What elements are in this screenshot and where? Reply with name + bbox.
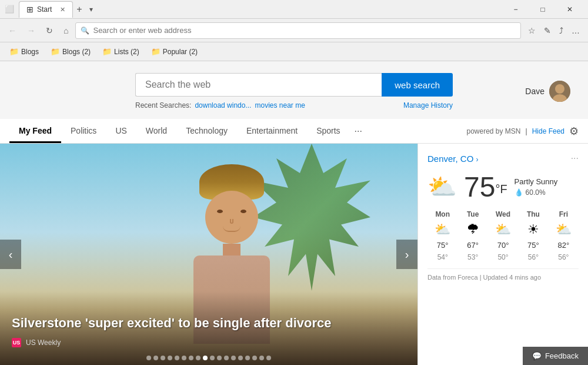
search-bar: web search — [135, 73, 453, 97]
forecast-low-tue: 53° — [467, 253, 478, 261]
weather-condition-text: Partly Sunny — [514, 177, 558, 186]
dot — [210, 356, 215, 360]
new-tab-button[interactable]: + — [73, 4, 85, 15]
refresh-button[interactable]: ↻ — [42, 24, 56, 38]
powered-by-label: powered by MSN — [466, 127, 520, 135]
folder-icon: 📁 — [9, 47, 19, 56]
rain-drop-icon: 💧 — [514, 188, 523, 197]
minimize-button[interactable]: − — [502, 0, 529, 19]
dot — [266, 356, 271, 360]
recent-item-2[interactable]: movies near me — [255, 101, 305, 110]
tab-icon: ⊞ — [26, 5, 34, 14]
bookmark-blogs[interactable]: 📁 Blogs — [5, 45, 44, 58]
active-tab[interactable]: ⊞ Start ✕ — [19, 1, 73, 18]
main-content: web search Recent Searches: download win… — [0, 61, 588, 365]
tab-title: Start — [37, 5, 52, 14]
prev-article-button[interactable]: ‹ — [0, 240, 21, 269]
more-button[interactable]: … — [568, 24, 583, 38]
settings-gear-icon[interactable]: ⚙ — [569, 125, 579, 138]
close-button[interactable]: ✕ — [556, 0, 583, 19]
face — [205, 191, 258, 244]
maximize-button[interactable]: □ — [529, 0, 556, 19]
forecast-low-fri: 56° — [558, 253, 569, 261]
feed-content: ‹ › Silverstone 'super excited' to be si… — [0, 144, 588, 365]
dot — [245, 356, 250, 360]
address-input[interactable] — [93, 26, 516, 35]
tab-close-button[interactable]: ✕ — [60, 6, 65, 14]
folder-icon: 📁 — [51, 47, 60, 56]
forward-button[interactable]: → — [24, 24, 39, 38]
day-label-fri: Fri — [559, 210, 568, 218]
tab-entertainment[interactable]: Entertainment — [237, 120, 307, 143]
tab-world[interactable]: World — [136, 120, 176, 143]
weather-more-button[interactable]: ··· — [571, 153, 579, 164]
bookmark-label: Popular (2) — [163, 48, 198, 56]
dot — [168, 356, 172, 360]
nose — [230, 219, 233, 224]
forecast-icon-thu: ☀ — [527, 222, 539, 237]
forecast-day-thu: Thu ☀ 75° 56° — [518, 210, 548, 261]
forecast-high-thu: 75° — [527, 241, 539, 250]
home-button[interactable]: ⌂ — [60, 24, 72, 38]
weather-widget: Denver, CO › ··· ⛅ 75°F Partly Sunny 💧 6… — [417, 144, 588, 365]
article-source: US US Weekly — [12, 338, 406, 347]
feedback-button[interactable]: 💬 Feedback — [523, 347, 588, 365]
article-dots — [0, 356, 417, 360]
folder-icon: 📁 — [102, 47, 112, 56]
forecast-high-mon: 75° — [437, 241, 449, 250]
bookmark-lists[interactable]: 📁 Lists (2) — [98, 45, 144, 58]
dot — [175, 356, 179, 360]
title-bar: ⬜ ⊞ Start ✕ + ▾ − □ ✕ — [0, 0, 588, 19]
address-input-wrap: 🔍 — [75, 22, 521, 39]
weather-unit: °F — [495, 182, 507, 195]
recent-item-1[interactable]: download windo... — [195, 101, 251, 110]
tab-technology[interactable]: Technology — [176, 120, 237, 143]
bookmark-label: Blogs — [21, 48, 39, 56]
forecast-day-fri: Fri ⛅ 82° 56° — [549, 210, 579, 261]
user-avatar[interactable] — [549, 81, 570, 102]
day-label-mon: Mon — [435, 210, 450, 218]
search-button[interactable]: web search — [382, 73, 453, 97]
next-article-button[interactable]: › — [396, 240, 417, 269]
forecast-day-mon: Mon ⛅ 75° 54° — [427, 210, 457, 261]
search-input[interactable] — [135, 73, 382, 97]
bookmark-label: Lists (2) — [114, 48, 139, 56]
back-button[interactable]: ← — [5, 24, 20, 38]
bookmarks-bar: 📁 Blogs 📁 Blogs (2) 📁 Lists (2) 📁 Popula… — [0, 42, 588, 61]
dot — [161, 356, 165, 360]
forecast-icon-mon: ⛅ — [435, 222, 450, 237]
weather-current: ⛅ 75°F Partly Sunny 💧 60.0% — [427, 171, 579, 203]
tab-list-button[interactable]: ▾ — [86, 5, 96, 14]
tab-politics[interactable]: Politics — [61, 120, 106, 143]
folder-icon: 📁 — [151, 47, 161, 56]
dot — [231, 356, 236, 360]
title-bar-left: ⬜ — [5, 5, 14, 14]
more-tabs-button[interactable]: ··· — [350, 120, 367, 142]
tab-sports[interactable]: Sports — [307, 120, 349, 143]
forecast-low-wed: 50° — [497, 253, 508, 261]
weather-city-link[interactable]: Denver, CO › — [427, 154, 479, 164]
eye-left — [217, 210, 223, 213]
bookmark-blogs2[interactable]: 📁 Blogs (2) — [46, 45, 95, 58]
hide-feed-link[interactable]: Hide Feed — [532, 127, 564, 135]
tab-us[interactable]: US — [106, 120, 136, 143]
source-logo: US — [12, 338, 21, 347]
recent-searches: Recent Searches: download windo... movie… — [135, 101, 453, 110]
tab-myfeed[interactable]: My Feed — [9, 120, 61, 143]
bookmark-popular[interactable]: 📁 Popular (2) — [146, 45, 202, 58]
weather-rain-chance: 💧 60.0% — [514, 188, 558, 197]
weather-condition-icon: ⛅ — [427, 173, 457, 201]
dot — [196, 356, 201, 360]
neck — [223, 244, 240, 256]
dot — [252, 356, 257, 360]
mouth — [223, 226, 240, 232]
search-icon: 🔍 — [81, 26, 89, 35]
weather-temperature: 75 — [464, 171, 495, 203]
forecast-high-wed: 70° — [497, 241, 509, 250]
reading-button[interactable]: ✎ — [540, 24, 554, 38]
favorite-button[interactable]: ☆ — [524, 24, 539, 38]
manage-history-link[interactable]: Manage History — [403, 101, 453, 110]
dot — [224, 356, 229, 360]
day-label-thu: Thu — [527, 210, 540, 218]
share-button[interactable]: ⤴ — [556, 24, 567, 38]
